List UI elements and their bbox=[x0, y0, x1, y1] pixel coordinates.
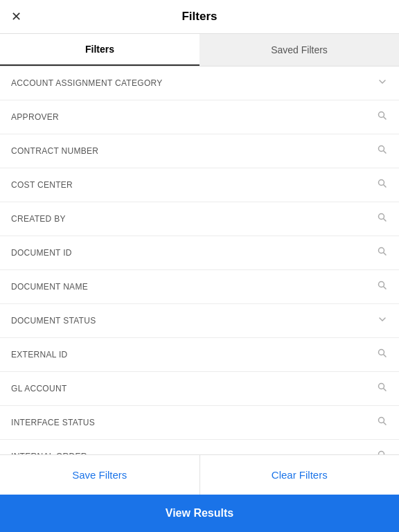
filter-label-gl-account: GL ACCOUNT bbox=[11, 384, 67, 393]
search-icon bbox=[377, 212, 388, 226]
bottom-bar: Save Filters Clear Filters View Results bbox=[0, 454, 399, 532]
filter-label-document-name: DOCUMENT NAME bbox=[11, 282, 88, 292]
search-icon bbox=[377, 280, 388, 294]
tabs-container: Filters Saved Filters bbox=[0, 34, 399, 66]
bottom-actions: Save Filters Clear Filters bbox=[0, 454, 399, 495]
filter-label-cost-center: COST CENTER bbox=[11, 180, 73, 190]
svg-line-17 bbox=[384, 423, 386, 425]
filter-label-external-id: EXTERNAL ID bbox=[11, 350, 68, 360]
tab-filters[interactable]: Filters bbox=[0, 34, 200, 66]
filter-item-gl-account[interactable]: GL ACCOUNT bbox=[0, 372, 399, 406]
header: ✕ Filters bbox=[0, 0, 399, 34]
search-icon bbox=[377, 144, 388, 158]
svg-line-1 bbox=[384, 117, 386, 119]
close-button[interactable]: ✕ bbox=[11, 10, 21, 23]
filter-item-interface-status[interactable]: INTERFACE STATUS bbox=[0, 406, 399, 440]
clear-filters-button[interactable]: Clear Filters bbox=[200, 455, 400, 495]
search-icon bbox=[377, 178, 388, 192]
filter-item-account-assignment-category[interactable]: ACCOUNT ASSIGNMENT CATEGORY bbox=[0, 66, 399, 100]
filter-item-cost-center[interactable]: COST CENTER bbox=[0, 168, 399, 202]
filter-label-created-by: CREATED BY bbox=[11, 214, 66, 224]
search-icon bbox=[377, 246, 388, 260]
filter-item-internal-order[interactable]: INTERNAL ORDER bbox=[0, 440, 399, 454]
page-title: Filters bbox=[181, 10, 217, 24]
filter-item-contract-number[interactable]: CONTRACT NUMBER bbox=[0, 134, 399, 168]
chevron-down-icon bbox=[377, 76, 388, 90]
close-icon: ✕ bbox=[11, 10, 21, 24]
svg-line-9 bbox=[384, 253, 386, 255]
filter-label-interface-status: INTERFACE STATUS bbox=[11, 418, 95, 427]
filter-list: ACCOUNT ASSIGNMENT CATEGORY APPROVER CON… bbox=[0, 66, 399, 454]
filter-label-account-assignment-category: ACCOUNT ASSIGNMENT CATEGORY bbox=[11, 78, 163, 88]
search-icon bbox=[377, 110, 388, 124]
filter-label-document-status: DOCUMENT STATUS bbox=[11, 316, 96, 326]
filter-item-document-status[interactable]: DOCUMENT STATUS bbox=[0, 304, 399, 338]
view-results-button[interactable]: View Results bbox=[0, 495, 399, 532]
svg-line-13 bbox=[384, 355, 386, 357]
tab-saved-filters[interactable]: Saved Filters bbox=[200, 34, 399, 66]
filter-item-external-id[interactable]: EXTERNAL ID bbox=[0, 338, 399, 372]
search-icon bbox=[377, 450, 388, 454]
chevron-down-icon bbox=[377, 314, 388, 328]
filter-item-document-id[interactable]: DOCUMENT ID bbox=[0, 236, 399, 270]
svg-line-15 bbox=[384, 389, 386, 391]
filter-item-approver[interactable]: APPROVER bbox=[0, 100, 399, 134]
search-icon bbox=[377, 416, 388, 429]
search-icon bbox=[377, 382, 388, 396]
svg-line-3 bbox=[384, 151, 386, 153]
filter-item-created-by[interactable]: CREATED BY bbox=[0, 202, 399, 236]
filter-label-approver: APPROVER bbox=[11, 112, 59, 122]
svg-line-11 bbox=[384, 287, 386, 289]
svg-line-5 bbox=[384, 185, 386, 187]
filter-label-document-id: DOCUMENT ID bbox=[11, 248, 72, 258]
search-icon bbox=[377, 348, 388, 362]
filter-label-contract-number: CONTRACT NUMBER bbox=[11, 146, 98, 156]
save-filters-button[interactable]: Save Filters bbox=[0, 455, 200, 495]
filter-item-document-name[interactable]: DOCUMENT NAME bbox=[0, 270, 399, 304]
svg-line-7 bbox=[384, 219, 386, 221]
